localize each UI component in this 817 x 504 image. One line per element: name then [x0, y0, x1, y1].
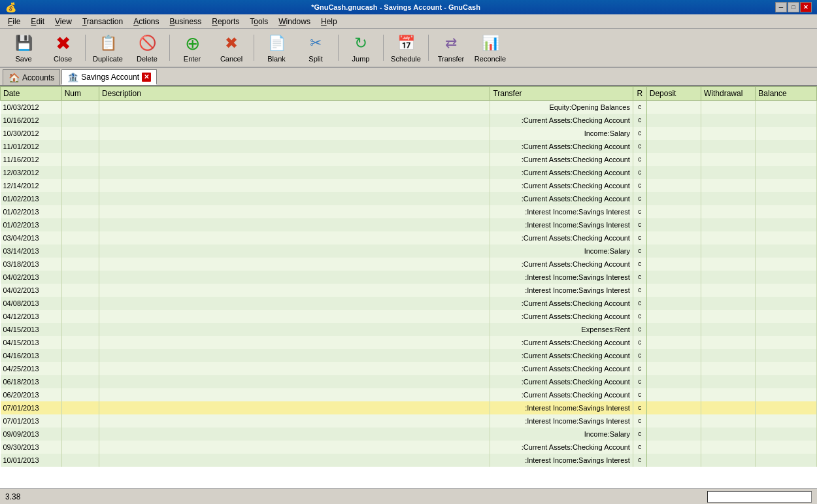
menu-help[interactable]: Help — [316, 16, 342, 27]
table-cell — [646, 127, 701, 140]
enter-button[interactable]: ⊕ Enter — [174, 31, 210, 65]
menu-actions[interactable]: Actions — [128, 16, 164, 27]
blank-button[interactable]: 📄 Blank — [258, 31, 295, 65]
table-cell — [701, 441, 756, 454]
table-cell — [99, 414, 490, 428]
jump-button[interactable]: ↻ Jump — [342, 31, 379, 65]
menu-business[interactable]: Business — [165, 16, 207, 27]
table-cell — [756, 428, 817, 441]
menu-tools[interactable]: Tools — [244, 16, 273, 27]
header-balance[interactable]: Balance — [756, 87, 817, 101]
table-cell: c — [633, 218, 646, 231]
table-cell: c — [633, 153, 646, 166]
table-row[interactable]: 04/15/2013Expenses:Rentc — [1, 323, 817, 336]
table-row[interactable]: 06/18/2013:Current Assets:Checking Accou… — [1, 375, 817, 388]
menu-reports[interactable]: Reports — [207, 16, 244, 27]
minimize-button[interactable]: ─ — [775, 2, 787, 12]
table-body: 10/03/2012Equity:Opening Balancesc10/16/… — [1, 101, 817, 467]
tab-accounts[interactable]: 🏠 Accounts — [3, 69, 60, 85]
duplicate-button[interactable]: 📋 Duplicate — [90, 31, 126, 65]
close-window-button[interactable]: ✕ — [800, 2, 812, 12]
table-row[interactable]: 04/15/2013:Current Assets:Checking Accou… — [1, 336, 817, 349]
table-row[interactable]: 10/01/2013:Interest Income:Savings Inter… — [1, 454, 817, 467]
tab-savings[interactable]: 🏦 Savings Account ✕ — [61, 69, 157, 85]
cancel-button[interactable]: ✖ Cancel — [213, 31, 250, 65]
table-area: Date Num Description Transfer R Deposit … — [0, 86, 817, 488]
table-row[interactable]: 01/02/2013:Interest Income:Savings Inter… — [1, 205, 817, 218]
header-date[interactable]: Date — [1, 87, 62, 101]
menu-transaction[interactable]: Transaction — [77, 16, 128, 27]
table-cell — [701, 244, 756, 258]
table-row[interactable]: 06/20/2013:Current Assets:Checking Accou… — [1, 388, 817, 401]
table-row[interactable]: 01/02/2013:Current Assets:Checking Accou… — [1, 192, 817, 205]
table-row[interactable]: 04/12/2013:Current Assets:Checking Accou… — [1, 310, 817, 323]
savings-tab-label: Savings Account — [81, 73, 139, 82]
header-withdrawal[interactable]: Withdrawal — [701, 87, 756, 101]
savings-tab-close-button[interactable]: ✕ — [142, 73, 151, 82]
table-row[interactable]: 11/16/2012:Current Assets:Checking Accou… — [1, 153, 817, 166]
table-cell — [756, 258, 817, 271]
table-row[interactable]: 12/14/2012:Current Assets:Checking Accou… — [1, 179, 817, 192]
table-row[interactable]: 10/03/2012Equity:Opening Balancesc — [1, 101, 817, 114]
table-cell — [756, 114, 817, 127]
table-row[interactable]: 09/30/2013:Current Assets:Checking Accou… — [1, 441, 817, 454]
table-cell — [61, 414, 99, 428]
table-cell: c — [633, 244, 646, 258]
header-description[interactable]: Description — [99, 87, 490, 101]
table-cell: c — [633, 231, 646, 244]
table-cell: 10/01/2013 — [1, 454, 62, 467]
table-row[interactable]: 04/02/2013:Interest Income:Savings Inter… — [1, 284, 817, 297]
table-cell — [61, 297, 99, 310]
table-row[interactable]: 10/16/2012:Current Assets:Checking Accou… — [1, 114, 817, 127]
table-cell — [61, 454, 99, 467]
table-cell — [99, 310, 490, 323]
table-row[interactable]: 10/30/2012Income:Salaryc — [1, 127, 817, 140]
table-row[interactable]: 03/18/2013:Current Assets:Checking Accou… — [1, 258, 817, 271]
table-row[interactable]: 04/25/2013:Current Assets:Checking Accou… — [1, 362, 817, 375]
table-cell: c — [633, 441, 646, 454]
header-transfer[interactable]: Transfer — [490, 87, 633, 101]
menu-view[interactable]: View — [50, 16, 77, 27]
header-r[interactable]: R — [633, 87, 646, 101]
table-cell: 11/16/2012 — [1, 153, 62, 166]
table-row[interactable]: 03/04/2013:Current Assets:Checking Accou… — [1, 231, 817, 244]
table-row[interactable]: 09/09/2013Income:Salaryc — [1, 428, 817, 441]
table-cell — [99, 101, 490, 114]
table-row[interactable]: 07/01/2013:Interest Income:Savings Inter… — [1, 401, 817, 414]
split-button[interactable]: ✂ Split — [297, 31, 334, 65]
schedule-button[interactable]: 📅 Schedule — [388, 31, 424, 65]
table-row[interactable]: 04/08/2013:Current Assets:Checking Accou… — [1, 297, 817, 310]
table-cell: c — [633, 336, 646, 349]
table-row[interactable]: 11/01/2012:Current Assets:Checking Accou… — [1, 140, 817, 153]
table-row[interactable]: 07/01/2013:Interest Income:Savings Inter… — [1, 414, 817, 428]
header-num[interactable]: Num — [61, 87, 99, 101]
table-row[interactable]: 04/16/2013:Current Assets:Checking Accou… — [1, 349, 817, 362]
menu-edit[interactable]: Edit — [25, 16, 50, 27]
table-cell: 10/03/2012 — [1, 101, 62, 114]
reconcile-button[interactable]: 📊 Reconcile — [472, 31, 509, 65]
table-scroll[interactable]: Date Num Description Transfer R Deposit … — [0, 86, 817, 488]
save-button[interactable]: 💾 Save — [5, 31, 42, 65]
table-row[interactable]: 03/14/2013Income:Salaryc — [1, 244, 817, 258]
table-row[interactable]: 12/03/2012:Current Assets:Checking Accou… — [1, 166, 817, 179]
table-cell — [61, 101, 99, 114]
table-row[interactable]: 04/02/2013:Interest Income:Savings Inter… — [1, 271, 817, 284]
table-cell: 06/18/2013 — [1, 375, 62, 388]
header-deposit[interactable]: Deposit — [646, 87, 701, 101]
table-cell — [99, 336, 490, 349]
menu-windows[interactable]: Windows — [273, 16, 316, 27]
table-cell — [61, 258, 99, 271]
table-cell: 12/14/2012 — [1, 179, 62, 192]
table-cell — [756, 166, 817, 179]
table-cell — [99, 323, 490, 336]
delete-button[interactable]: 🚫 Delete — [129, 31, 165, 65]
menu-file[interactable]: File — [3, 16, 25, 27]
table-row[interactable]: 01/02/2013:Interest Income:Savings Inter… — [1, 218, 817, 231]
maximize-button[interactable]: □ — [788, 2, 799, 12]
transfer-button[interactable]: ⇄ Transfer — [433, 31, 469, 65]
table-cell: 07/01/2013 — [1, 414, 62, 428]
close-button[interactable]: ✖ Close — [44, 31, 81, 65]
table-cell — [701, 284, 756, 297]
table-cell — [99, 454, 490, 467]
table-cell — [756, 284, 817, 297]
